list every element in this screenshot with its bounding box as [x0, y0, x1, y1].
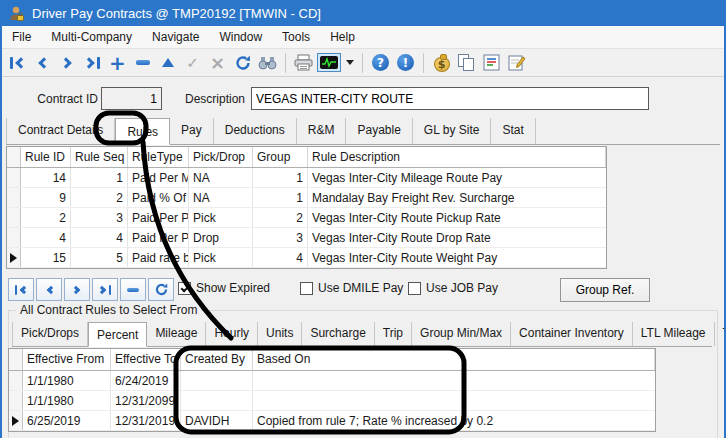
report-button[interactable] [480, 51, 503, 74]
add-record-button[interactable]: + [106, 51, 129, 74]
row-selector[interactable] [7, 208, 21, 227]
save-button[interactable]: ✓ [181, 51, 204, 74]
col-effective-from[interactable]: Effective From [23, 349, 111, 370]
table-row[interactable]: 4 4 Paid Per Pick Drop 3 Vegas Inter-Cit… [7, 228, 606, 248]
tab-gl-by-site[interactable]: GL by Site [413, 118, 492, 144]
tab-payable[interactable]: Payable [346, 118, 412, 144]
copy-button[interactable] [455, 51, 478, 74]
group-ref-button[interactable]: Group Ref. [560, 278, 650, 302]
nav-next-button[interactable] [64, 278, 90, 301]
contract-id-field[interactable] [101, 87, 162, 110]
about-button[interactable]: ! [394, 51, 417, 74]
row-selector[interactable] [9, 411, 23, 430]
col-rule-seq[interactable]: Rule Seq [71, 147, 128, 167]
select-rules-tab-strip: Pick/Drops Percent Mileage Hourly Units … [12, 322, 712, 347]
first-record-button[interactable] [6, 51, 29, 74]
row-selector[interactable] [7, 168, 21, 187]
use-dmile-pay-checkbox[interactable]: Use DMILE Pay [300, 281, 403, 295]
prev-record-button[interactable] [31, 51, 54, 74]
edit-button[interactable] [505, 51, 528, 74]
row-selector[interactable] [7, 188, 21, 207]
last-record-button[interactable] [81, 51, 104, 74]
row-selector[interactable] [9, 371, 23, 390]
table-row[interactable]: 1/1/1980 12/31/2099 [9, 391, 655, 411]
col-based-on[interactable]: Based On [253, 349, 655, 370]
tab-pay[interactable]: Pay [170, 118, 214, 144]
menu-multi-company[interactable]: Multi-Company [41, 26, 142, 48]
monitor-dropdown-button[interactable] [317, 53, 356, 72]
nav-delete-button[interactable] [120, 278, 146, 301]
report-icon [483, 54, 500, 71]
table-row[interactable]: 1/1/1980 6/24/2019 [9, 371, 655, 391]
tab-rm[interactable]: R&M [297, 118, 347, 144]
refresh-button[interactable] [231, 51, 254, 74]
col-group[interactable]: Group [253, 147, 308, 167]
tab-trip[interactable]: Trip [375, 322, 412, 346]
row-selector[interactable] [7, 228, 21, 247]
menu-file[interactable]: File [2, 26, 41, 48]
help-button[interactable]: ? [369, 51, 392, 74]
use-job-pay-checkbox[interactable]: Use JOB Pay [408, 281, 498, 295]
menu-navigate[interactable]: Navigate [142, 26, 209, 48]
binoculars-icon [258, 56, 277, 70]
show-expired-checkbox[interactable]: Show Expired [178, 281, 270, 295]
title-bar[interactable]: Driver Pay Contracts @ TMP20192 [TMWIN -… [0, 0, 726, 26]
table-row[interactable]: 14 1 Paid Per Mile NA 1 Vegas Inter-City… [7, 168, 606, 188]
rules-grid: Rule ID Rule Seq RuleType Pick/Drop Grou… [6, 146, 607, 269]
row-selector[interactable] [7, 248, 21, 267]
table-row-selected[interactable]: 15 5 Paid rate by l Pick 4 Vegas Inter-C… [7, 248, 606, 268]
menu-window[interactable]: Window [209, 26, 272, 48]
tab-ltl-mileage[interactable]: LTL Mileage [633, 322, 715, 346]
menu-help[interactable]: Help [320, 26, 365, 48]
tab-group-min-max[interactable]: Group Min/Max [412, 322, 511, 346]
description-field[interactable] [251, 87, 649, 110]
next-record-button[interactable] [56, 51, 79, 74]
col-effective-to[interactable]: Effective To [111, 349, 181, 370]
tab-pick-drops[interactable]: Pick/Drops [12, 322, 88, 346]
col-rule-id[interactable]: Rule ID [21, 147, 71, 167]
printer-icon [294, 54, 313, 71]
tab-hourly[interactable]: Hourly [206, 322, 258, 346]
col-pick-drop[interactable]: Pick/Drop [189, 147, 253, 167]
tab-contract-details[interactable]: Contract Details [6, 118, 115, 144]
check-icon: ✓ [186, 54, 199, 72]
description-label: Description [185, 92, 247, 106]
checkbox-checked-icon [178, 282, 191, 295]
tab-stat[interactable]: Stat [491, 118, 535, 144]
table-row[interactable]: 9 2 Paid % Of Re NA 1 Mandalay Bay Freig… [7, 188, 606, 208]
window-title: Driver Pay Contracts @ TMP20192 [TMWIN -… [32, 6, 321, 21]
percent-rules-grid: Effective From Effective To Created By B… [8, 348, 656, 432]
nav-first-button[interactable] [8, 278, 34, 301]
row-selector[interactable] [9, 391, 23, 410]
col-rule-type[interactable]: RuleType [128, 147, 189, 167]
cancel-button[interactable]: × [206, 51, 229, 74]
menu-tools[interactable]: Tools [272, 26, 320, 48]
col-created-by[interactable]: Created By [181, 349, 253, 370]
checkbox-unchecked-icon [408, 282, 421, 295]
minus-icon [136, 60, 150, 65]
up-triangle-icon [162, 58, 174, 67]
tab-surcharge[interactable]: Surcharge [302, 322, 374, 346]
print-button[interactable] [292, 51, 315, 74]
collapse-button[interactable] [156, 51, 179, 74]
pay-button[interactable]: $ [430, 51, 453, 74]
refresh-icon [234, 54, 252, 72]
tab-percent[interactable]: Percent [88, 322, 147, 347]
tab-mileage[interactable]: Mileage [147, 322, 206, 346]
nav-prev-button[interactable] [36, 278, 62, 301]
help-icon: ? [372, 54, 389, 71]
nav-last-button[interactable] [92, 278, 118, 301]
tab-rules[interactable]: Rules [115, 118, 170, 145]
app-user-lock-icon [8, 5, 25, 22]
table-row[interactable]: 2 3 Paid Per Pick Pick 2 Vegas Inter-Cit… [7, 208, 606, 228]
rules-grid-header: Rule ID Rule Seq RuleType Pick/Drop Grou… [7, 147, 606, 168]
table-row-selected[interactable]: 6/25/2019 12/31/2019 DAVIDH Copied from … [9, 411, 655, 431]
current-row-arrow-icon [12, 416, 19, 426]
tab-container-inventory[interactable]: Container Inventory [511, 322, 633, 346]
col-rule-description[interactable]: Rule Description [308, 147, 606, 167]
find-button[interactable] [256, 51, 279, 74]
tab-units[interactable]: Units [258, 322, 302, 346]
delete-record-button[interactable] [131, 51, 154, 74]
tab-deductions[interactable]: Deductions [214, 118, 297, 144]
nav-refresh-button[interactable] [148, 278, 174, 301]
